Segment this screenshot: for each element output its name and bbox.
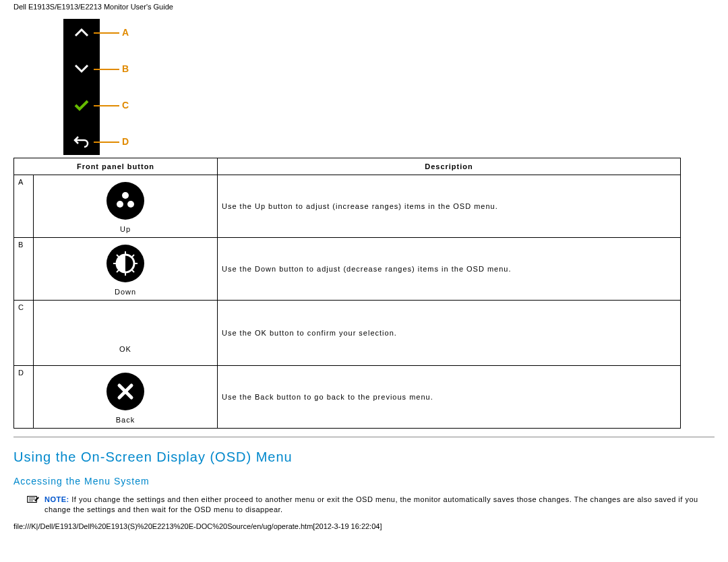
row-caption: OK (38, 345, 213, 353)
strip-down-button: B (73, 61, 90, 77)
row-desc: Use the Back button to go back to the pr… (218, 366, 681, 429)
panel-button-strip: A B C D (63, 19, 100, 155)
row-letter: B (14, 238, 34, 301)
row-icon-cell: OK (34, 301, 218, 366)
strip-back-button: D (73, 133, 90, 150)
table-row: D Back Use the Back button to go back to… (14, 366, 681, 429)
row-desc: Use the Up button to adjust (increase ra… (218, 175, 681, 238)
row-letter: A (14, 175, 34, 238)
section-subheading: Accessing the Menu System (13, 476, 715, 487)
th-desc: Description (218, 158, 681, 175)
svg-point-2 (127, 201, 134, 208)
footer-path: file:///K|/Dell/E1913/Dell%20E1913(S)%20… (13, 522, 715, 530)
note-body: If you change the settings and then eith… (44, 495, 698, 513)
up-button-icon (107, 182, 144, 220)
note-text: NOTE: If you change the settings and the… (44, 495, 715, 516)
svg-line-11 (132, 255, 134, 257)
back-arrow-icon (73, 135, 90, 148)
row-icon-cell: Up (34, 175, 218, 238)
table-row: A Up Use the Up button to adjust (increa… (14, 175, 681, 238)
row-desc: Use the Down button to adjust (decrease … (218, 238, 681, 301)
strip-label-d: D (122, 136, 129, 147)
row-caption: Back (38, 416, 213, 424)
svg-point-0 (122, 192, 129, 199)
svg-line-10 (117, 270, 119, 272)
row-caption: Up (38, 225, 213, 233)
strip-up-button: A (73, 24, 90, 40)
note-block: NOTE: If you change the settings and the… (27, 495, 715, 516)
panel-button-table: Front panel button Description A Up Use … (13, 158, 681, 429)
back-button-icon (107, 373, 144, 410)
table-row: C OK Use the OK button to confirm your s… (14, 301, 681, 366)
strip-label-a: A (122, 27, 129, 38)
th-button: Front panel button (14, 158, 218, 175)
strip-label-b: B (122, 63, 129, 74)
row-icon-cell: Back (34, 366, 218, 429)
svg-point-1 (117, 201, 123, 208)
chevron-up-icon (74, 28, 89, 37)
note-label: NOTE: (44, 495, 69, 503)
note-icon (27, 495, 39, 504)
svg-line-9 (132, 270, 134, 272)
strip-ok-button: C (73, 97, 90, 113)
row-letter: D (14, 366, 34, 429)
section-heading: Using the On-Screen Display (OSD) Menu (13, 449, 715, 465)
strip-label-c: C (122, 100, 129, 111)
table-row: B Down Use the Down button to adjust ( (14, 238, 681, 301)
check-icon (74, 99, 89, 111)
chevron-down-icon (74, 64, 89, 73)
svg-line-8 (117, 255, 119, 257)
row-caption: Down (38, 288, 213, 296)
divider (13, 437, 715, 437)
page-header: Dell E1913S/E1913/E2213 Monitor User's G… (13, 0, 715, 19)
row-letter: C (14, 301, 34, 366)
row-icon-cell: Down (34, 238, 218, 301)
down-button-icon (107, 245, 144, 282)
row-desc: Use the OK button to confirm your select… (218, 301, 681, 366)
